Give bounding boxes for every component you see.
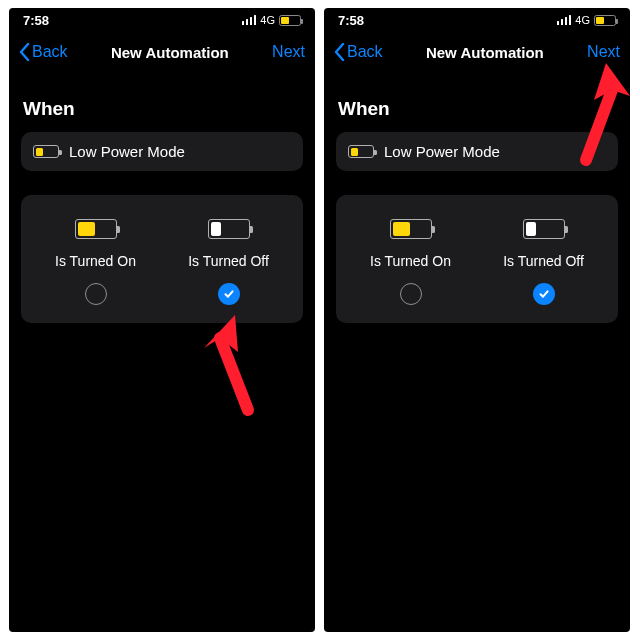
chevron-left-icon [334, 43, 345, 61]
choice-off-label: Is Turned Off [503, 253, 584, 269]
page-title: New Automation [426, 44, 544, 61]
nav-bar: Back New Automation Next [9, 32, 315, 72]
low-power-battery-icon [33, 145, 59, 158]
next-button[interactable]: Next [587, 43, 620, 61]
network-label: 4G [260, 14, 275, 26]
phone-screenshot-right: 7:58 4G Back New Automation Next When Lo… [324, 8, 630, 632]
cellular-signal-icon [557, 15, 572, 25]
network-label: 4G [575, 14, 590, 26]
choice-turned-on[interactable]: Is Turned On [344, 219, 477, 305]
choice-turned-off[interactable]: Is Turned Off [162, 219, 295, 305]
status-bar: 7:58 4G [324, 8, 630, 32]
back-label: Back [32, 43, 68, 61]
choice-off-label: Is Turned Off [188, 253, 269, 269]
battery-status-icon [594, 15, 616, 26]
next-button[interactable]: Next [272, 43, 305, 61]
nav-bar: Back New Automation Next [324, 32, 630, 72]
back-button[interactable]: Back [19, 43, 68, 61]
choice-turned-on[interactable]: Is Turned On [29, 219, 162, 305]
checkmark-icon [538, 288, 550, 300]
radio-unchecked[interactable] [400, 283, 422, 305]
chevron-left-icon [19, 43, 30, 61]
battery-status-icon [279, 15, 301, 26]
section-heading-when: When [338, 98, 618, 120]
section-heading-when: When [23, 98, 303, 120]
status-time: 7:58 [338, 13, 364, 28]
battery-on-icon [390, 219, 432, 239]
back-label: Back [347, 43, 383, 61]
choice-card: Is Turned On Is Turned Off [336, 195, 618, 323]
choice-turned-off[interactable]: Is Turned Off [477, 219, 610, 305]
status-time: 7:58 [23, 13, 49, 28]
low-power-battery-icon [348, 145, 374, 158]
trigger-label: Low Power Mode [69, 143, 185, 160]
radio-checked[interactable] [533, 283, 555, 305]
trigger-label: Low Power Mode [384, 143, 500, 160]
cellular-signal-icon [242, 15, 257, 25]
trigger-row[interactable]: Low Power Mode [336, 132, 618, 171]
battery-on-icon [75, 219, 117, 239]
page-title: New Automation [111, 44, 229, 61]
checkmark-icon [223, 288, 235, 300]
battery-off-icon [208, 219, 250, 239]
battery-off-icon [523, 219, 565, 239]
canvas: 7:58 4G Back New Automation Next When Lo… [0, 0, 640, 640]
radio-checked[interactable] [218, 283, 240, 305]
phone-screenshot-left: 7:58 4G Back New Automation Next When Lo… [9, 8, 315, 632]
trigger-row[interactable]: Low Power Mode [21, 132, 303, 171]
radio-unchecked[interactable] [85, 283, 107, 305]
choice-on-label: Is Turned On [370, 253, 451, 269]
choice-on-label: Is Turned On [55, 253, 136, 269]
choice-card: Is Turned On Is Turned Off [21, 195, 303, 323]
back-button[interactable]: Back [334, 43, 383, 61]
status-bar: 7:58 4G [9, 8, 315, 32]
